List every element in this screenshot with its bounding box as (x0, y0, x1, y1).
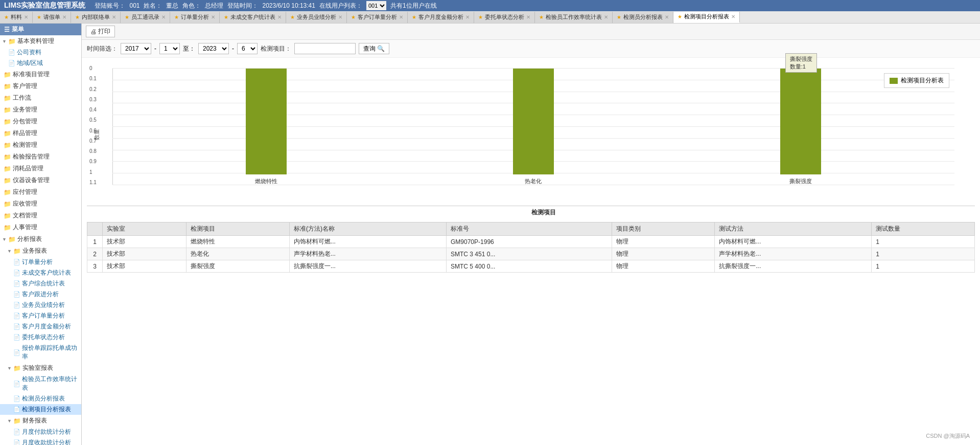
sidebar-group-header-文档管理[interactable]: 📁文档管理 (0, 210, 81, 221)
month-end-select[interactable]: 123456789101112 (237, 43, 258, 54)
print-button[interactable]: 🖨 打印 (86, 26, 115, 37)
row-std-name-1: 声学材料热老... (289, 248, 446, 260)
tab-8[interactable]: ★客户月度金额分析✕ (408, 12, 474, 23)
tab-close-4[interactable]: ✕ (211, 14, 215, 20)
tab-1[interactable]: ★请假单✕ (33, 12, 71, 23)
tab-6[interactable]: ★业务员业绩分析✕ (286, 12, 347, 23)
folder-icon: 📁 (4, 106, 11, 114)
tab-10[interactable]: ★检验员工作效率统计表✕ (535, 12, 613, 23)
tab-close-3[interactable]: ✕ (161, 14, 166, 20)
sidebar-item-业务员业绩分析[interactable]: 📄业务员业绩分析 (0, 300, 81, 310)
tab-close-8[interactable]: ✕ (465, 14, 470, 20)
table-row[interactable]: 2 技术部 热老化 声学材料热老... SMTC 3 451 0... 物理 声… (87, 248, 975, 260)
bar-2[interactable] (780, 69, 821, 174)
sidebar-item-客户月度金额分析[interactable]: 📄客户月度金额分析 (0, 321, 81, 332)
tab-label-2: 内部联络单 (82, 13, 110, 21)
table-row[interactable]: 1 技术部 燃烧特性 内饰材料可燃... GM9070P-1996 物理 内饰材… (87, 236, 975, 248)
col-count: 测试数量 (872, 222, 975, 236)
time-select-label: 时间筛选： (87, 44, 118, 53)
sidebar-group-应付管理: 📁应付管理 (0, 186, 81, 198)
month-start-select[interactable]: 123456789101112 (159, 43, 180, 54)
tab-11[interactable]: ★检测员分析报表✕ (613, 12, 673, 23)
tab-12[interactable]: ★检测项目分析报表✕ (673, 12, 740, 23)
tab-0[interactable]: ★料料✕ (0, 12, 33, 23)
sidebar-item-地域/区域[interactable]: 📄地域/区域 (0, 58, 81, 69)
sidebar-children-实验室报表: 📄检验员工作效率统计表📄检测员分析报表📄检测项目分析报表 (0, 374, 81, 415)
sidebar-item-公司资料[interactable]: 📄公司资料 (0, 47, 81, 58)
doc-icon: 📄 (13, 349, 20, 356)
sidebar-group-header-客户管理[interactable]: 📁客户管理 (0, 80, 81, 92)
project-input[interactable] (294, 43, 356, 54)
bar-1[interactable] (513, 69, 554, 174)
tab-7[interactable]: ★客户订单量分析✕ (347, 12, 408, 23)
sidebar-group-header-业务管理[interactable]: 📁业务管理 (0, 104, 81, 116)
sidebar-group-header-仪器设备管理[interactable]: 📁仪器设备管理 (0, 174, 81, 186)
group-label: 仪器设备管理 (13, 176, 50, 185)
sidebar-item-检验员工作效率统计表[interactable]: 📄检验员工作效率统计表 (0, 374, 81, 393)
table-row[interactable]: 3 技术部 撕裂强度 抗撕裂强度一... SMTC 5 400 0... 物理 … (87, 260, 975, 273)
tab-2[interactable]: ★内部联络单✕ (71, 12, 121, 23)
sidebar-item-客户综合统计表[interactable]: 📄客户综合统计表 (0, 278, 81, 289)
sidebar-item-月度付款统计分析[interactable]: 📄月度付款统计分析 (0, 427, 81, 437)
group-label: 业务管理 (13, 105, 37, 114)
year-end-select[interactable]: 2017201820192020202120222023 (198, 43, 229, 54)
tab-3[interactable]: ★员工通讯录✕ (121, 12, 170, 23)
sidebar-group-header-基本资料管理[interactable]: ▼📁基本资料管理 (0, 35, 81, 47)
account-label: 登陆账号： (95, 2, 125, 10)
print-icon: 🖨 (90, 28, 97, 35)
sidebar-item-未成交客户统计表[interactable]: 📄未成交客户统计表 (0, 268, 81, 278)
sidebar-group-header-工作流[interactable]: 📁工作流 (0, 92, 81, 104)
tab-9[interactable]: ★委托单状态分析✕ (474, 12, 535, 23)
sidebar-item-委托单状态分析[interactable]: 📄委托单状态分析 (0, 332, 81, 343)
role-value: 总经理 (205, 2, 223, 10)
tab-5[interactable]: ★未成交客户统计表✕ (220, 12, 286, 23)
tab-close-5[interactable]: ✕ (277, 14, 282, 20)
tab-close-0[interactable]: ✕ (24, 14, 28, 20)
sidebar-item-月度收款统计分析[interactable]: 📄月度收款统计分析 (0, 437, 81, 445)
data-table: 实验室 检测项目 标准(方法)名称 标准号 项目类别 测试方法 测试数量 1 技… (87, 222, 975, 273)
tab-close-10[interactable]: ✕ (604, 14, 608, 20)
year-start-select[interactable]: 2017201820192020202120222023 (121, 43, 151, 54)
doc-icon: 📄 (8, 60, 15, 66)
sidebar-group-header-分包管理[interactable]: 📁分包管理 (0, 116, 81, 127)
sidebar-group-header-财务报表[interactable]: ▼📁财务报表 (0, 415, 81, 427)
sidebar-item-客户跟进分析[interactable]: 📄客户跟进分析 (0, 289, 81, 300)
sidebar-group-header-消耗品管理[interactable]: 📁消耗品管理 (0, 163, 81, 174)
sidebar-item-客户订单量分析[interactable]: 📄客户订单量分析 (0, 310, 81, 321)
tab-close-12[interactable]: ✕ (731, 14, 735, 19)
tab-close-1[interactable]: ✕ (62, 14, 66, 20)
bar-0[interactable] (246, 69, 287, 174)
sidebar-group-header-业务报表[interactable]: ▼📁业务报表 (0, 245, 81, 257)
sidebar-group-header-应收管理[interactable]: 📁应收管理 (0, 198, 81, 210)
item-label: 检测项目分析报表 (22, 405, 71, 414)
tab-label-4: 订单量分析 (181, 13, 209, 21)
sidebar-group-header-应付管理[interactable]: 📁应付管理 (0, 186, 81, 198)
sidebar-item-检测项目分析报表[interactable]: 📄检测项目分析报表 (0, 404, 81, 415)
group-label: 客户管理 (13, 82, 37, 91)
tab-close-2[interactable]: ✕ (112, 14, 116, 20)
sidebar-group-header-样品管理[interactable]: 📁样品管理 (0, 127, 81, 139)
sidebar-group-header-检测管理[interactable]: 📁检测管理 (0, 139, 81, 151)
sidebar-group-header-人事管理[interactable]: 📁人事管理 (0, 221, 81, 233)
sidebar-group-header-分析报表[interactable]: ▼📁分析报表 (0, 233, 81, 245)
online-users-select[interactable]: 001 (366, 1, 386, 10)
account-value: 001 (129, 2, 139, 9)
tab-close-11[interactable]: ✕ (665, 14, 669, 20)
tab-icon-5: ★ (224, 14, 228, 20)
group-label: 应付管理 (13, 188, 37, 196)
tab-4[interactable]: ★订单量分析✕ (170, 12, 220, 23)
tab-close-6[interactable]: ✕ (338, 14, 342, 20)
sidebar-item-报价单跟踪托单成功率[interactable]: 📄报价单跟踪托单成功率 (0, 343, 81, 362)
sidebar-item-检测员分析报表[interactable]: 📄检测员分析报表 (0, 393, 81, 404)
col-project: 检测项目 (186, 222, 290, 236)
tab-close-7[interactable]: ✕ (399, 14, 403, 20)
sidebar-group-header-实验室报表[interactable]: ▼📁实验室报表 (0, 362, 81, 374)
tab-close-9[interactable]: ✕ (526, 14, 530, 20)
query-button[interactable]: 查询 🔍 (359, 43, 389, 54)
sidebar-group-实验室报表: ▼📁实验室报表📄检验员工作效率统计表📄检测员分析报表📄检测项目分析报表 (0, 362, 81, 415)
sidebar-item-订单量分析[interactable]: 📄订单量分析 (0, 257, 81, 268)
folder-icon: 📁 (4, 95, 11, 102)
sidebar-group-header-标准项目管理[interactable]: 📁标准项目管理 (0, 69, 81, 80)
tab-icon-10: ★ (539, 14, 544, 20)
sidebar-group-header-检验报告管理[interactable]: 📁检验报告管理 (0, 151, 81, 163)
